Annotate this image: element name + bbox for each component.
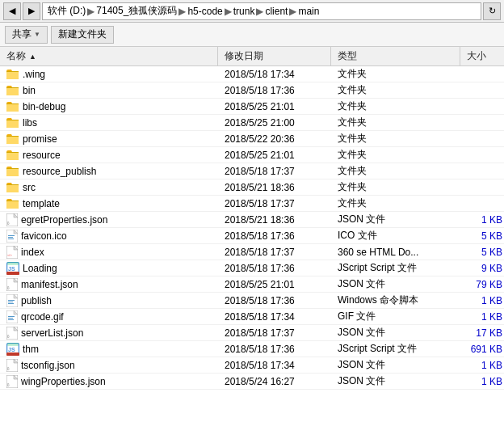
table-row[interactable]: bin2018/5/18 17:36文件夹 bbox=[0, 82, 504, 99]
table-row[interactable]: {} tsconfig.json2018/5/18 17:34JSON 文件1 … bbox=[0, 357, 504, 374]
file-type-cell: 文件夹 bbox=[331, 179, 460, 195]
svg-rect-30 bbox=[6, 185, 19, 192]
address-part[interactable]: client bbox=[265, 6, 288, 17]
svg-rect-35 bbox=[6, 201, 19, 201]
col-header-name[interactable]: 名称 ▲ bbox=[0, 47, 218, 65]
json-file-icon: {} bbox=[6, 359, 18, 372]
folder-icon bbox=[6, 133, 19, 145]
file-name-cell: libs bbox=[0, 115, 218, 130]
table-row[interactable]: resource2018/5/25 21:01文件夹 bbox=[0, 147, 504, 163]
file-size-cell: 1 KB bbox=[460, 293, 504, 308]
file-size-cell: 1 KB bbox=[460, 212, 504, 227]
svg-rect-51 bbox=[7, 262, 19, 265]
address-separator: ▶ bbox=[289, 6, 296, 17]
file-type-cell: JSON 文件 bbox=[331, 325, 460, 340]
file-list: .wing2018/5/18 17:34文件夹 bin2018/5/18 17:… bbox=[0, 66, 504, 439]
table-row[interactable]: promise2018/5/22 20:36文件夹 bbox=[0, 131, 504, 147]
address-part[interactable]: h5-code bbox=[187, 6, 222, 17]
json-file-icon: {} bbox=[6, 213, 18, 226]
file-name-cell: favicon.ico bbox=[0, 228, 218, 243]
file-name-text: tsconfig.json bbox=[21, 360, 75, 371]
svg-rect-41 bbox=[8, 235, 15, 236]
svg-text:JS: JS bbox=[8, 266, 15, 272]
generic-file-icon bbox=[6, 310, 18, 323]
json-file-icon: {} bbox=[6, 278, 18, 291]
file-modified-cell: 2018/5/18 17:36 bbox=[218, 82, 331, 98]
refresh-button[interactable]: ↻ bbox=[483, 2, 501, 20]
file-name-text: resource_publish bbox=[23, 166, 96, 177]
file-name-cell: {} serverList.json bbox=[0, 325, 218, 340]
table-row[interactable]: qrcode.gif2018/5/18 17:34GIF 文件1 KB bbox=[0, 309, 504, 325]
file-name-cell: src bbox=[0, 179, 218, 195]
address-part[interactable]: 71405_独孤侠源码 bbox=[96, 4, 177, 18]
nav-back-button[interactable]: ◀ bbox=[3, 2, 21, 20]
table-row[interactable]: {} serverList.json2018/5/18 17:37JSON 文件… bbox=[0, 325, 504, 341]
svg-text:JS: JS bbox=[8, 347, 15, 352]
folder-icon bbox=[6, 101, 19, 112]
table-row[interactable]: JS thm2018/5/18 17:36JScript Script 文件69… bbox=[0, 341, 504, 357]
table-row[interactable]: publish2018/5/18 17:36Windows 命令脚本1 KB bbox=[0, 293, 504, 309]
svg-rect-14 bbox=[6, 120, 19, 128]
table-row[interactable]: </> index2018/5/18 17:37360 se HTML Do..… bbox=[0, 244, 504, 260]
file-size-cell: 1 KB bbox=[460, 357, 504, 373]
file-size-cell: 9 KB bbox=[460, 260, 504, 276]
col-header-size[interactable]: 大小 bbox=[460, 47, 504, 65]
address-part[interactable]: 软件 (D:) bbox=[48, 4, 86, 18]
file-size-cell: 5 KB bbox=[460, 244, 504, 260]
file-modified-cell: 2018/5/25 21:01 bbox=[218, 147, 331, 163]
nav-forward-button[interactable]: ▶ bbox=[23, 2, 40, 20]
table-row[interactable]: {} egretProperties.json2018/5/21 18:36JS… bbox=[0, 212, 504, 228]
table-row[interactable]: src2018/5/21 18:36文件夹 bbox=[0, 179, 504, 196]
address-separator: ▶ bbox=[225, 6, 232, 17]
sort-arrow: ▲ bbox=[29, 53, 36, 61]
col-header-modified[interactable]: 修改日期 bbox=[218, 47, 331, 65]
table-row[interactable]: bin-debug2018/5/25 21:01文件夹 bbox=[0, 99, 504, 115]
table-row[interactable]: {} manifest.json2018/5/25 21:01JSON 文件79… bbox=[0, 276, 504, 293]
json-file-icon: {} bbox=[6, 327, 18, 340]
file-name-cell: .wing bbox=[0, 66, 218, 82]
svg-rect-71 bbox=[6, 352, 19, 356]
file-size-cell bbox=[460, 163, 504, 179]
col-header-type[interactable]: 类型 bbox=[331, 47, 460, 65]
file-type-cell: 文件夹 bbox=[331, 66, 460, 82]
file-name-text: src bbox=[23, 182, 36, 193]
column-headers: 名称 ▲ 修改日期 类型 大小 bbox=[0, 47, 504, 66]
file-type-cell: ICO 文件 bbox=[331, 228, 460, 243]
new-folder-button[interactable]: 新建文件夹 bbox=[51, 26, 114, 44]
table-row[interactable]: .wing2018/5/18 17:34文件夹 bbox=[0, 66, 504, 82]
file-modified-cell: 2018/5/18 17:36 bbox=[218, 260, 331, 276]
generic-file-icon bbox=[6, 294, 18, 307]
toolbar: 共享 ▼ 新建文件夹 bbox=[0, 23, 504, 47]
file-name-cell: resource_publish bbox=[0, 163, 218, 179]
file-type-cell: JScript Script 文件 bbox=[331, 341, 460, 357]
share-button[interactable]: 共享 ▼ bbox=[5, 26, 48, 44]
file-name-text: bin bbox=[23, 85, 36, 96]
file-size-cell bbox=[460, 196, 504, 211]
table-row[interactable]: JS Loading2018/5/18 17:36JScript Script … bbox=[0, 260, 504, 276]
file-modified-cell: 2018/5/18 17:37 bbox=[218, 196, 331, 211]
table-row[interactable]: libs2018/5/25 21:00文件夹 bbox=[0, 115, 504, 131]
table-row[interactable]: resource_publish2018/5/18 17:37文件夹 bbox=[0, 163, 504, 179]
svg-rect-26 bbox=[6, 169, 19, 176]
svg-rect-7 bbox=[6, 87, 19, 88]
address-part[interactable]: main bbox=[298, 6, 319, 17]
svg-rect-11 bbox=[6, 103, 19, 104]
file-modified-cell: 2018/5/18 17:37 bbox=[218, 163, 331, 179]
table-row[interactable]: template2018/5/18 17:37文件夹 bbox=[0, 196, 504, 212]
html-file-icon: </> bbox=[6, 246, 18, 259]
file-modified-cell: 2018/5/25 21:00 bbox=[218, 115, 331, 130]
address-separator: ▶ bbox=[256, 6, 263, 17]
table-row[interactable]: favicon.ico2018/5/18 17:36ICO 文件5 KB bbox=[0, 228, 504, 244]
address-part[interactable]: trunk bbox=[233, 6, 255, 17]
file-type-cell: JScript Script 文件 bbox=[331, 260, 460, 276]
address-path[interactable]: 软件 (D:) ▶ 71405_独孤侠源码 ▶ h5-code ▶ trunk … bbox=[42, 2, 481, 20]
file-type-cell: 文件夹 bbox=[331, 163, 460, 179]
file-name-cell: {} tsconfig.json bbox=[0, 357, 218, 373]
file-name-text: egretProperties.json bbox=[21, 214, 107, 226]
file-type-cell: JSON 文件 bbox=[331, 357, 460, 373]
file-name-text: libs bbox=[23, 117, 37, 129]
file-type-cell: Windows 命令脚本 bbox=[331, 293, 460, 308]
table-row[interactable]: {} wingProperties.json2018/5/24 16:27JSO… bbox=[0, 374, 504, 390]
file-modified-cell: 2018/5/21 18:36 bbox=[218, 212, 331, 227]
svg-rect-72 bbox=[7, 343, 19, 346]
